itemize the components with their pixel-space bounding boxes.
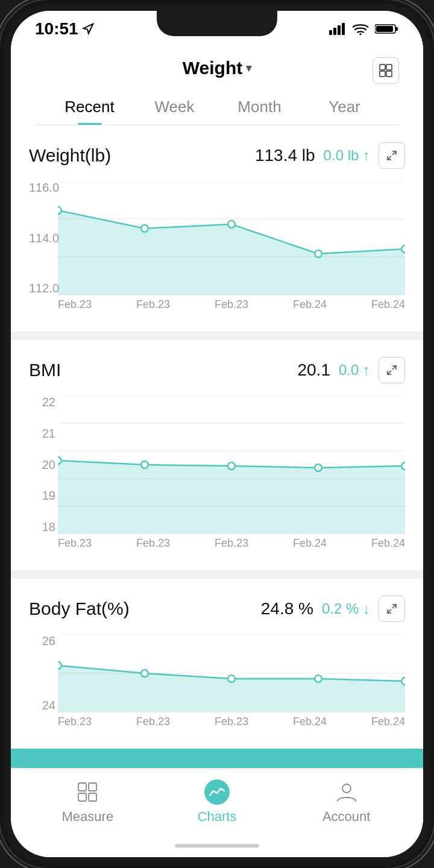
weight-expand-button[interactable] — [379, 142, 405, 169]
weight-x-labels: Feb.23 Feb.23 Feb.23 Feb.24 Feb.24 — [58, 295, 405, 313]
bodyfat-change: 0.2 % ↓ — [322, 600, 370, 617]
weight-value-row: 113.4 lb 0.0 lb ↑ — [255, 142, 405, 169]
tab-recent[interactable]: Recent — [47, 88, 132, 125]
bmi-chart-plot — [58, 395, 405, 534]
bmi-y-labels: 22 21 20 19 18 — [29, 395, 55, 534]
bmi-chart-section: BMI 20.1 0.0 ↑ — [11, 340, 423, 570]
svg-point-33 — [141, 461, 148, 468]
wifi-icon — [352, 23, 369, 35]
svg-rect-4 — [342, 23, 345, 35]
tab-week[interactable]: Week — [132, 88, 217, 125]
svg-point-46 — [401, 678, 405, 685]
svg-rect-9 — [380, 64, 385, 70]
svg-rect-10 — [386, 64, 392, 70]
charts-label: Charts — [198, 809, 237, 825]
weight-chart-section: Weight(lb) 113.4 lb 0.0 lb ↑ — [11, 125, 423, 332]
svg-point-44 — [228, 675, 235, 682]
svg-line-25 — [388, 371, 391, 374]
svg-rect-11 — [380, 71, 385, 77]
grid-view-button[interactable] — [373, 57, 399, 84]
nav-measure[interactable]: Measure — [23, 779, 153, 825]
bodyfat-chart-area: 26 24 — [29, 634, 405, 731]
nav-charts[interactable]: Charts — [153, 779, 282, 825]
svg-point-42 — [58, 662, 61, 669]
svg-rect-3 — [338, 25, 341, 35]
status-time: 10:51 — [35, 19, 78, 39]
bmi-chart-area: 22 21 20 19 18 — [29, 395, 405, 552]
svg-line-38 — [388, 609, 391, 613]
bmi-expand-button[interactable] — [379, 357, 405, 383]
status-icons — [329, 23, 399, 35]
bodyfat-chart-header: Body Fat(%) 24.8 % 0.2 % ↓ — [29, 596, 405, 622]
weight-chart-plot — [58, 181, 405, 295]
svg-point-35 — [315, 464, 322, 471]
charts-icon — [204, 779, 230, 805]
bodyfat-expand-button[interactable] — [379, 596, 405, 622]
bodyfat-chart-section: Body Fat(%) 24.8 % 0.2 % ↓ — [11, 579, 423, 749]
svg-point-23 — [401, 245, 405, 253]
svg-rect-12 — [386, 71, 392, 77]
header: Weight ▾ Recent Week Month Year — [11, 47, 423, 125]
content-area: Weight(lb) 113.4 lb 0.0 lb ↑ — [11, 125, 423, 768]
weight-change: 0.0 lb ↑ — [324, 147, 370, 164]
svg-rect-1 — [329, 30, 332, 35]
svg-rect-49 — [78, 793, 86, 801]
tab-year[interactable]: Year — [302, 88, 387, 125]
account-icon — [333, 779, 360, 805]
measure-icon — [74, 779, 101, 805]
svg-rect-50 — [89, 793, 96, 801]
svg-marker-0 — [83, 24, 93, 34]
svg-line-13 — [392, 151, 396, 155]
location-icon — [82, 23, 94, 35]
svg-point-34 — [228, 462, 235, 470]
bmi-chart-title: BMI — [29, 360, 61, 380]
screen: 10:51 — [11, 11, 423, 857]
svg-rect-48 — [89, 783, 96, 791]
svg-line-24 — [392, 366, 396, 370]
home-bar — [175, 844, 259, 848]
bodyfat-y-labels: 26 24 — [29, 634, 55, 712]
bmi-value-row: 20.1 0.0 ↑ — [297, 357, 405, 383]
svg-rect-2 — [333, 28, 336, 35]
svg-point-22 — [315, 250, 322, 257]
bottom-nav: Measure Charts Account — [11, 768, 423, 834]
notch — [157, 11, 277, 36]
app-title[interactable]: Weight ▾ — [183, 58, 251, 78]
bodyfat-value-row: 24.8 % 0.2 % ↓ — [261, 596, 405, 622]
bmi-x-labels: Feb.23 Feb.23 Feb.23 Feb.24 Feb.24 — [58, 534, 405, 552]
weight-chart-area: 116.0 114.0 112.0 — [29, 181, 405, 313]
signal-icon — [329, 23, 346, 35]
dropdown-arrow-icon: ▾ — [246, 61, 251, 75]
svg-point-21 — [228, 221, 235, 228]
battery-icon — [375, 23, 399, 35]
bmi-chart-header: BMI 20.1 0.0 ↑ — [29, 357, 405, 383]
bmi-change: 0.0 ↑ — [339, 362, 370, 379]
svg-point-20 — [141, 225, 148, 232]
measure-label: Measure — [62, 809, 114, 825]
bodyfat-x-labels: Feb.23 Feb.23 Feb.23 Feb.24 Feb.24 — [58, 712, 405, 731]
nav-account[interactable]: Account — [281, 779, 411, 825]
svg-line-37 — [392, 605, 396, 608]
tab-month[interactable]: Month — [217, 88, 302, 125]
svg-rect-8 — [376, 26, 393, 32]
svg-point-52 — [342, 784, 351, 793]
svg-rect-47 — [78, 783, 86, 791]
header-title-row: Weight ▾ — [35, 53, 399, 88]
bodyfat-value: 24.8 % — [261, 599, 313, 618]
bodyfat-chart-title: Body Fat(%) — [29, 599, 130, 619]
user-data-button[interactable]: User Data — [11, 749, 423, 768]
phone-frame: 10:51 — [0, 0, 434, 868]
svg-point-5 — [359, 33, 361, 35]
bmi-value: 20.1 — [297, 360, 330, 380]
home-indicator — [11, 834, 423, 857]
tabs-bar: Recent Week Month Year — [35, 88, 399, 125]
weight-chart-title: Weight(lb) — [29, 145, 111, 166]
svg-point-43 — [141, 670, 148, 677]
svg-point-19 — [58, 207, 61, 214]
bodyfat-chart-plot — [58, 634, 405, 712]
svg-point-45 — [315, 675, 322, 682]
account-label: Account — [322, 809, 371, 825]
weight-y-labels: 116.0 114.0 112.0 — [29, 181, 55, 295]
svg-point-32 — [58, 457, 61, 464]
svg-rect-7 — [395, 27, 398, 31]
